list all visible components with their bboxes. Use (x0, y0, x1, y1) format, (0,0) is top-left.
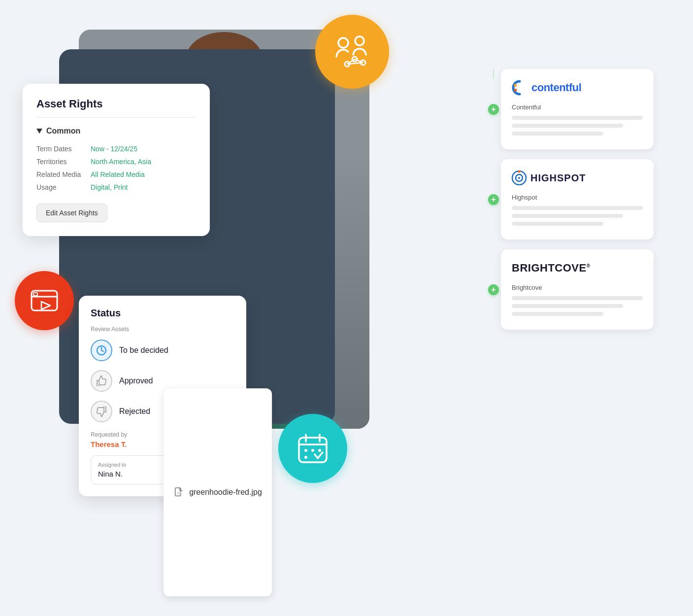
svg-point-7 (338, 38, 348, 48)
approved-icon (91, 370, 112, 392)
collapse-triangle-icon (36, 129, 42, 134)
svg-marker-26 (41, 302, 50, 309)
review-assets-label: Review Assets (91, 326, 234, 333)
table-row: Term Dates Now - 12/24/25 (36, 142, 196, 155)
svg-point-22 (304, 456, 307, 459)
field-label: Territories (36, 155, 91, 168)
table-row: Territories North America, Asia (36, 155, 196, 168)
field-value: All Related Media (91, 168, 196, 181)
skeleton-line (512, 296, 643, 300)
contentful-logo-area: contentful (512, 79, 643, 97)
highspot-name-logo: HIGHSPOT (530, 172, 586, 184)
video-player-icon-circle (15, 271, 74, 330)
common-label: Common (46, 127, 80, 136)
status-option-to-be-decided[interactable]: To be decided (91, 340, 234, 361)
svg-rect-25 (33, 293, 37, 296)
status-label-approved: Approved (119, 376, 153, 385)
svg-point-8 (355, 36, 364, 45)
integration-cards-area: + contentful Contentful + (501, 69, 654, 340)
skeleton-line (512, 222, 603, 226)
thumbs-down-icon (96, 406, 107, 417)
brightcove-label: Brightcove (512, 284, 643, 291)
edit-asset-rights-button[interactable]: Edit Asset Rights (36, 204, 107, 222)
status-label-to-be-decided: To be decided (119, 346, 168, 355)
people-network-icon (332, 32, 372, 71)
filename-badge: greenhoodie-fred.jpg (164, 388, 272, 596)
field-value: North America, Asia (91, 155, 196, 168)
rejected-icon (91, 401, 112, 422)
table-row: Usage Digital, Print (36, 181, 196, 194)
asset-rights-title: Asset Rights (36, 98, 196, 118)
skeleton-line (512, 206, 643, 210)
skeleton-line (512, 214, 623, 218)
status-title: Status (91, 308, 234, 319)
skeleton-line (512, 124, 623, 128)
asset-rights-card: Asset Rights Common Term Dates Now - 12/… (23, 84, 210, 236)
skeleton-line (512, 312, 603, 316)
field-label: Term Dates (36, 142, 91, 155)
clock-icon (96, 344, 107, 356)
svg-point-33 (514, 84, 517, 87)
status-label-rejected: Rejected (119, 407, 150, 416)
brightcove-logo-area: BRIGHTCOVE® (512, 259, 643, 277)
field-value: Now - 12/24/25 (91, 142, 196, 155)
highspot-label: Highspot (512, 194, 643, 201)
file-icon (173, 487, 184, 498)
contentful-label: Contentful (512, 103, 643, 111)
highspot-logo-icon (512, 171, 527, 185)
common-section-header: Common (36, 127, 196, 136)
brightcove-logo-text: BRIGHTCOVE® (512, 262, 591, 274)
svg-point-38 (518, 171, 521, 173)
calendar-icon (295, 431, 330, 466)
brightcove-card: + BRIGHTCOVE® Brightcove (501, 249, 654, 330)
contentful-plus-button[interactable]: + (488, 104, 499, 115)
highspot-logo-area: HIGHSPOT (512, 169, 643, 187)
rights-table: Term Dates Now - 12/24/25 Territories No… (36, 142, 196, 194)
highspot-logo: HIGHSPOT (512, 171, 586, 185)
highspot-plus-button[interactable]: + (488, 194, 499, 205)
field-value: Digital, Print (91, 181, 196, 194)
field-label: Usage (36, 181, 91, 194)
field-label: Related Media (36, 168, 91, 181)
highspot-card: + HIGHSPOT Highspot (501, 159, 654, 240)
brightcove-plus-button[interactable]: + (488, 284, 499, 295)
svg-point-37 (518, 177, 520, 179)
contentful-logo: contentful (512, 80, 581, 96)
svg-rect-6 (177, 492, 180, 495)
thumbs-up-icon (96, 375, 107, 387)
filename-text: greenhoodie-fred.jpg (189, 488, 262, 497)
svg-point-19 (304, 449, 307, 452)
contentful-logo-icon (512, 80, 528, 96)
skeleton-line (512, 304, 623, 308)
svg-point-34 (514, 89, 517, 92)
table-row: Related Media All Related Media (36, 168, 196, 181)
video-player-icon (30, 286, 59, 315)
people-network-icon-circle (315, 15, 389, 89)
calendar-icon-circle (278, 414, 347, 483)
svg-point-20 (311, 449, 314, 452)
svg-point-21 (318, 449, 321, 452)
skeleton-line (512, 116, 643, 120)
skeleton-line (512, 132, 603, 136)
contentful-name-logo: contentful (531, 81, 581, 94)
to-be-decided-icon (91, 340, 112, 361)
contentful-card: + contentful Contentful (501, 69, 654, 149)
